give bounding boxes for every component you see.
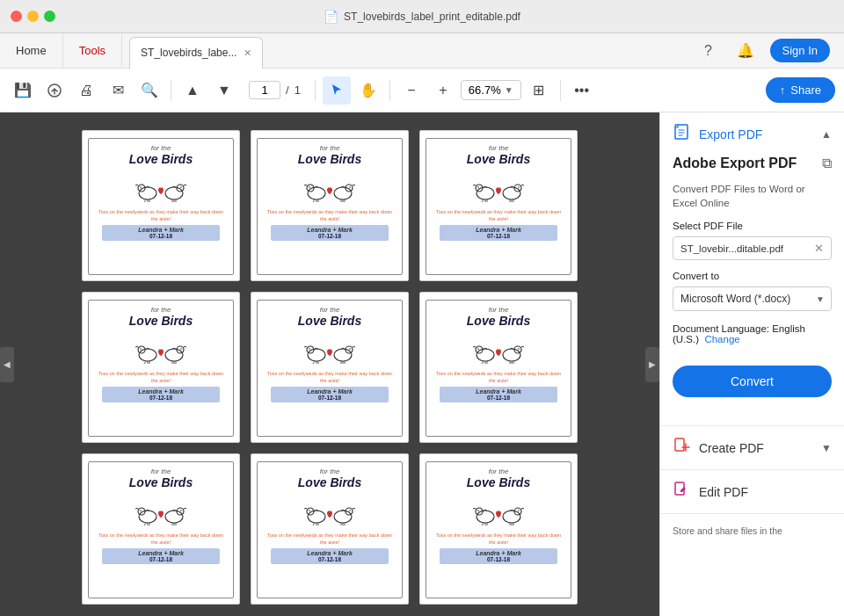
export-pdf-body: Adobe Export PDF ⧉ Convert PDF Files to … — [660, 156, 844, 425]
card-name: Leandra + Mark — [274, 550, 384, 556]
format-select[interactable]: Microsoft Word (*.docx) Microsoft Excel … — [673, 286, 832, 311]
nav-tools[interactable]: Tools — [63, 33, 122, 68]
tab-close-icon[interactable]: ✕ — [244, 47, 251, 59]
svg-point-22 — [165, 349, 183, 361]
card-bird-illustration — [299, 492, 360, 531]
titlebar: 📄 ST_lovebirds_label_print_editable.pdf — [0, 0, 844, 33]
create-pdf-header[interactable]: Create PDF ▼ — [660, 426, 844, 469]
svg-point-15 — [477, 186, 479, 188]
help-button[interactable]: ? — [696, 39, 721, 63]
separator-2 — [315, 80, 316, 101]
card-date: 07-12-18 — [443, 556, 553, 562]
fit-button[interactable]: ⊞ — [525, 76, 553, 105]
card-toss-text: Toss on the newlyweds as they make their… — [265, 371, 395, 384]
collapse-left-button[interactable]: ◀ — [0, 347, 14, 382]
card-bird-illustration — [468, 169, 529, 207]
pdf-area[interactable]: ◀ for the Love Birds — [0, 112, 659, 616]
page-down-button[interactable]: ▼ — [210, 76, 238, 105]
card-bird-illustration — [468, 492, 529, 531]
zoom-chevron-icon: ▼ — [505, 85, 513, 95]
card-name-box: Leandra + Mark 07-12-18 — [102, 225, 219, 241]
hand-tool-button[interactable]: ✋ — [354, 76, 382, 105]
svg-point-24 — [180, 348, 182, 350]
pdf-card: for the Love Birds — [251, 130, 409, 281]
card-bird-illustration — [468, 330, 529, 369]
svg-point-52 — [503, 511, 520, 523]
pdf-card: for the Love Birds — [82, 130, 240, 281]
zoom-out-button[interactable]: − — [397, 76, 426, 105]
svg-point-18 — [518, 186, 520, 188]
card-date: 07-12-18 — [274, 395, 384, 401]
collapse-right-button[interactable]: ▶ — [645, 347, 659, 382]
card-name: Leandra + Mark — [443, 388, 553, 395]
zoom-select[interactable]: 66.7% ▼ — [461, 80, 521, 100]
copy-icon[interactable]: ⧉ — [822, 156, 832, 171]
save-button[interactable]: 💾 — [9, 76, 37, 105]
pdf-icon: 📄 — [324, 10, 338, 24]
change-language-link[interactable]: Change — [704, 334, 739, 344]
file-remove-button[interactable]: ✕ — [814, 242, 824, 255]
pdf-card: for the Love Birds — [82, 292, 240, 443]
card-name-box: Leandra + Mark 07-12-18 — [440, 548, 557, 564]
card-love-birds: Love Birds — [467, 476, 530, 489]
bell-button[interactable]: 🔔 — [733, 39, 758, 63]
card-for-the: for the — [320, 144, 340, 152]
svg-point-1 — [139, 187, 156, 199]
card-love-birds: Love Birds — [467, 153, 530, 165]
pdf-tab[interactable]: ST_lovebirds_labe... ✕ — [129, 37, 263, 69]
window-title: ST_lovebirds_label_print_editable.pdf — [344, 11, 520, 23]
card-name: Leandra + Mark — [106, 388, 215, 395]
close-button[interactable] — [11, 11, 22, 22]
upload-button[interactable] — [40, 76, 69, 105]
nav-home[interactable]: Home — [0, 33, 63, 68]
card-name: Leandra + Mark — [443, 227, 553, 233]
cursor-tool-button[interactable] — [323, 76, 351, 105]
card-love-birds: Love Birds — [298, 315, 361, 327]
card-name-box: Leandra + Mark 07-12-18 — [271, 387, 388, 402]
doc-language: Document Language: English (U.S.) Change — [673, 323, 832, 344]
page-up-button[interactable]: ▲ — [178, 76, 207, 105]
card-love-birds: Love Birds — [129, 153, 193, 165]
edit-pdf-header[interactable]: Edit PDF — [660, 470, 844, 513]
svg-point-42 — [180, 510, 182, 511]
zoom-in-button[interactable]: + — [429, 76, 457, 105]
card-bird-illustration — [130, 492, 192, 531]
maximize-button[interactable] — [44, 11, 55, 22]
svg-point-46 — [334, 511, 352, 523]
print-button[interactable]: 🖨 — [72, 76, 100, 105]
email-button[interactable]: ✉ — [104, 76, 132, 105]
export-pdf-header[interactable]: Export PDF ▲ — [660, 112, 844, 156]
card-date: 07-12-18 — [274, 556, 384, 562]
page-input[interactable] — [249, 81, 280, 99]
svg-point-12 — [349, 186, 351, 188]
svg-point-45 — [309, 510, 310, 511]
svg-rect-55 — [675, 125, 688, 139]
page-sep: / — [286, 83, 289, 97]
export-description: Convert PDF Files to Word or Excel Onlin… — [673, 182, 832, 210]
card-name-box: Leandra + Mark 07-12-18 — [440, 225, 557, 241]
pdf-card: for the Love Birds — [419, 292, 578, 443]
svg-point-21 — [140, 348, 142, 350]
minimize-button[interactable] — [27, 11, 39, 22]
zoom-level: 66.7% — [469, 83, 501, 97]
nav-right: ? 🔔 Sign In — [696, 33, 844, 68]
export-chevron-icon: ▲ — [821, 128, 832, 141]
pdf-card: for the Love Birds — [82, 453, 240, 605]
svg-point-39 — [140, 510, 142, 511]
share-button[interactable]: ↑ Share — [766, 77, 835, 103]
search-button[interactable]: 🔍 — [135, 76, 164, 105]
signin-button[interactable]: Sign In — [770, 39, 830, 62]
more-button[interactable]: ••• — [568, 76, 596, 105]
card-name-box: Leandra + Mark 07-12-18 — [102, 387, 219, 402]
pdf-card: for the Love Birds — [251, 453, 409, 605]
format-select-wrap: Microsoft Word (*.docx) Microsoft Excel … — [673, 286, 832, 311]
svg-point-3 — [140, 186, 142, 188]
card-name: Leandra + Mark — [106, 227, 215, 233]
card-name-box: Leandra + Mark 07-12-18 — [271, 548, 388, 564]
svg-point-10 — [334, 187, 352, 199]
svg-point-48 — [349, 510, 351, 511]
convert-button[interactable]: Convert — [673, 366, 832, 397]
card-love-birds: Love Birds — [298, 476, 361, 489]
card-date: 07-12-18 — [443, 395, 553, 401]
create-pdf-label: Create PDF — [699, 441, 764, 455]
